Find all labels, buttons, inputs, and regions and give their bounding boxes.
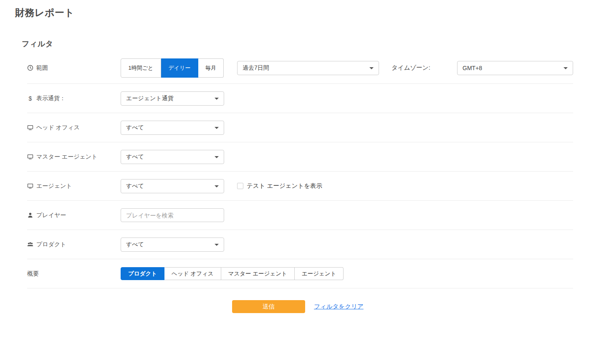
test-agent-checkbox[interactable] (237, 183, 243, 189)
range-row: 範囲 1時間ごと デイリー 毎月 過去7日間 タイムゾーン: GMT+8 (27, 52, 573, 84)
range-label-text: 範囲 (36, 64, 48, 72)
summary-button-group: プロダクト ヘッド オフィス マスター エージェント エージェント (121, 267, 344, 280)
agent-select[interactable]: すべて (121, 179, 224, 193)
product-select-value: すべて (126, 241, 144, 248)
timezone-select-value: GMT+8 (463, 65, 482, 71)
monitor-icon (27, 124, 33, 131)
summary-agent-button[interactable]: エージェント (295, 267, 344, 280)
clock-icon (27, 65, 33, 71)
master-agent-row: マスター エージェント すべて (27, 142, 573, 172)
summary-product-button[interactable]: プロダクト (121, 267, 164, 280)
head-office-select-value: すべて (126, 124, 144, 131)
range-button-group: 1時間ごと デイリー 毎月 (121, 58, 224, 78)
master-agent-label-text: マスター エージェント (36, 153, 98, 161)
test-agent-checkbox-label: テスト エージェントを表示 (247, 182, 322, 190)
period-select-value: 過去7日間 (243, 64, 269, 72)
submit-button[interactable]: 送信 (232, 300, 305, 313)
agent-select-value: すべて (126, 182, 144, 190)
summary-row: 概要 プロダクト ヘッド オフィス マスター エージェント エージェント (27, 259, 573, 288)
chevron-down-icon (369, 67, 374, 69)
head-office-label: ヘッド オフィス (27, 124, 121, 131)
monitor-icon (27, 154, 33, 160)
currency-label-text: 表示通貨： (36, 95, 66, 102)
agent-label: エージェント (27, 182, 121, 190)
agent-row: エージェント すべて テスト エージェントを表示 (27, 172, 573, 201)
summary-label: 概要 (27, 270, 121, 278)
filter-panel: フィルタ 範囲 1時間ごと デイリー 毎月 過去7日間 タイムゾーン: GMT+… (0, 39, 599, 326)
master-agent-label: マスター エージェント (27, 153, 121, 161)
filter-rows: 範囲 1時間ごと デイリー 毎月 過去7日間 タイムゾーン: GMT+8 $ 表… (27, 52, 573, 326)
actions-row: 送信 フィルタをクリア (232, 288, 573, 326)
summary-head-office-button[interactable]: ヘッド オフィス (164, 267, 221, 280)
dollar-icon: $ (27, 95, 33, 101)
player-label: プレイヤー (27, 212, 121, 219)
master-agent-select-value: すべて (126, 153, 144, 161)
currency-row: $ 表示通貨： エージェント通貨 (27, 84, 573, 113)
range-monthly-button[interactable]: 毎月 (198, 58, 224, 78)
head-office-label-text: ヘッド オフィス (36, 124, 80, 131)
range-hourly-button[interactable]: 1時間ごと (121, 58, 161, 78)
period-select[interactable]: 過去7日間 (237, 61, 379, 75)
currency-label: $ 表示通貨： (27, 95, 121, 102)
filter-panel-title: フィルタ (22, 39, 599, 49)
player-search-input[interactable] (121, 208, 224, 222)
head-office-select[interactable]: すべて (121, 121, 224, 135)
clear-filters-link[interactable]: フィルタをクリア (314, 303, 364, 311)
product-row: プロダクト すべて (27, 230, 573, 259)
agent-label-text: エージェント (36, 182, 72, 190)
product-select[interactable]: すべて (121, 238, 224, 252)
timezone-label: タイムゾーン: (392, 64, 457, 72)
summary-master-agent-button[interactable]: マスター エージェント (221, 267, 295, 280)
product-label-text: プロダクト (36, 241, 66, 248)
range-daily-button[interactable]: デイリー (161, 58, 198, 78)
currency-select-value: エージェント通貨 (126, 95, 174, 102)
range-label: 範囲 (27, 64, 121, 72)
chevron-down-icon (564, 67, 568, 69)
group-icon (27, 241, 33, 248)
player-row: プレイヤー (27, 201, 573, 230)
chevron-down-icon (215, 127, 219, 129)
test-agent-checkbox-wrap: テスト エージェントを表示 (237, 182, 322, 190)
player-label-text: プレイヤー (36, 212, 66, 219)
chevron-down-icon (215, 156, 219, 158)
currency-select[interactable]: エージェント通貨 (121, 91, 224, 106)
summary-label-text: 概要 (27, 270, 39, 278)
chevron-down-icon (215, 185, 219, 187)
page-title: 財務レポート (0, 0, 599, 19)
head-office-row: ヘッド オフィス すべて (27, 113, 573, 142)
chevron-down-icon (215, 244, 219, 246)
person-icon (27, 212, 33, 218)
timezone-select[interactable]: GMT+8 (457, 61, 573, 75)
monitor-icon (27, 183, 33, 189)
chevron-down-icon (215, 98, 219, 100)
product-label: プロダクト (27, 241, 121, 248)
master-agent-select[interactable]: すべて (121, 150, 224, 164)
